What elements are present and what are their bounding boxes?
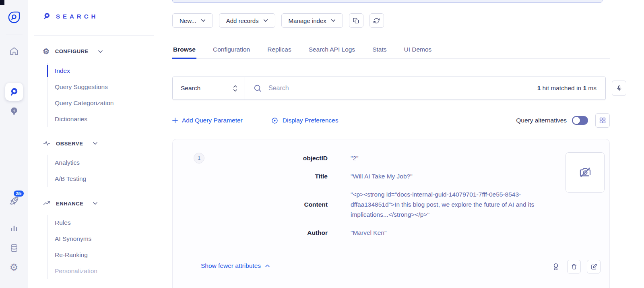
- home-icon: [9, 46, 19, 56]
- sidebar-item-index[interactable]: Index: [55, 63, 114, 79]
- show-fewer-label: Show fewer attributes: [201, 262, 261, 269]
- add-query-parameter-link[interactable]: Add Query Parameter: [172, 117, 243, 124]
- observe-items: Analytics A/B Testing: [47, 155, 86, 187]
- copy-icon: [353, 17, 359, 24]
- add-records-button[interactable]: Add records: [219, 13, 275, 28]
- manage-index-button[interactable]: Manage index: [281, 13, 343, 28]
- enhance-items: Rules AI Synonyms Re-Ranking Personaliza…: [47, 215, 97, 279]
- sidebar-item-ab-testing[interactable]: A/B Testing: [55, 171, 86, 187]
- search-input-wrap: 1 hit matched in 1 ms: [244, 77, 605, 99]
- rail-analytics-button[interactable]: [9, 224, 19, 233]
- sidebar-item-re-ranking[interactable]: Re-Ranking: [55, 247, 97, 263]
- sidebar-divider: [34, 35, 154, 36]
- hit-attributes: objectID "2" Title "Will AI Take My Job?…: [173, 153, 567, 246]
- trash-icon: [571, 263, 578, 270]
- eye-icon: [271, 117, 279, 124]
- hit-image-placeholder: [566, 152, 605, 193]
- algolia-logo-icon: [8, 11, 20, 23]
- section-enhance[interactable]: ENHANCE: [43, 199, 98, 207]
- new-index-button[interactable]: New...: [172, 13, 213, 28]
- tab-ui-demos[interactable]: UI Demos: [403, 42, 432, 58]
- attribute-value: "2": [351, 153, 561, 163]
- attribute-name: Author: [173, 228, 328, 238]
- rail-suggestions-button[interactable]: [9, 106, 19, 117]
- rail-home-button[interactable]: [9, 46, 19, 56]
- new-index-label: New...: [180, 17, 196, 24]
- attribute-name: Title: [173, 171, 328, 181]
- promote-hit-button[interactable]: [551, 262, 560, 271]
- sidebar-item-query-suggestions[interactable]: Query Suggestions: [55, 79, 114, 95]
- sidebar-item-dictionaries[interactable]: Dictionaries: [55, 111, 114, 127]
- tab-search-api-logs[interactable]: Search API Logs: [308, 42, 356, 58]
- refresh-button[interactable]: [369, 13, 384, 28]
- section-configure-label: CONFIGURE: [55, 48, 89, 54]
- grid-icon: [599, 117, 606, 124]
- chevron-down-icon: [98, 50, 103, 53]
- query-controls: Add Query Parameter Display Preferences …: [172, 113, 610, 128]
- chevron-down-icon: [201, 19, 206, 22]
- chevron-down-icon: [263, 19, 268, 22]
- award-icon: [551, 262, 560, 271]
- copy-index-button[interactable]: [349, 13, 363, 28]
- attribute-name: objectID: [173, 153, 328, 163]
- index-toolbar: New... Add records Manage index: [172, 13, 384, 28]
- search-scope-value: Search: [181, 85, 200, 92]
- chevron-down-icon: [93, 202, 98, 205]
- search-title-icon: [43, 12, 51, 20]
- layout-grid-button[interactable]: [595, 113, 610, 128]
- algolia-logo[interactable]: [8, 11, 20, 23]
- delete-hit-button[interactable]: [567, 260, 581, 273]
- search-product-icon: [9, 87, 19, 97]
- add-query-parameter-label: Add Query Parameter: [182, 117, 243, 124]
- sidebar-item-personalization[interactable]: Personalization: [55, 263, 97, 279]
- app-root: 2/5 ⚙: [0, 0, 644, 288]
- rocket-icon: [8, 195, 20, 207]
- edit-hit-button[interactable]: [587, 260, 601, 273]
- tab-browse[interactable]: Browse: [172, 42, 196, 59]
- rail-settings-button[interactable]: ⚙: [10, 263, 19, 272]
- sidebar-item-rules[interactable]: Rules: [55, 215, 97, 231]
- sidebar-item-query-categorization[interactable]: Query Categorization: [55, 95, 114, 111]
- attribute-value: "Will AI Take My Job?": [351, 171, 561, 181]
- rail-search-button[interactable]: [5, 83, 23, 101]
- attribute-row: Author "Marvel Ken": [173, 228, 567, 238]
- rail-data-button[interactable]: [9, 243, 19, 253]
- sidebar-item-ai-synonyms[interactable]: AI Synonyms: [55, 231, 97, 247]
- window-corner-chip: [0, 0, 4, 5]
- index-selector-edge: [172, 0, 603, 3]
- rail-divider: [6, 35, 23, 35]
- main-content: New... Add records Manage index: [154, 0, 644, 288]
- manage-index-label: Manage index: [289, 17, 326, 24]
- hits-panel: 1 objectID "2" Title "Will AI Take My Jo…: [172, 139, 610, 288]
- voice-search-button[interactable]: [612, 81, 626, 96]
- section-observe[interactable]: OBSERVE: [43, 139, 98, 147]
- add-records-label: Add records: [226, 17, 259, 24]
- attribute-row: objectID "2": [173, 153, 567, 163]
- tab-configuration[interactable]: Configuration: [212, 42, 251, 58]
- lightbulb-icon: [9, 106, 19, 117]
- section-configure[interactable]: ⚙ CONFIGURE: [43, 48, 103, 55]
- rail-upgrade-button[interactable]: 2/5: [8, 195, 20, 207]
- gear-icon: ⚙: [10, 263, 19, 272]
- usage-badge: 2/5: [14, 191, 24, 197]
- tab-stats[interactable]: Stats: [372, 42, 387, 58]
- product-title: SEARCH: [43, 12, 98, 20]
- plus-icon: [172, 118, 178, 123]
- tab-replicas[interactable]: Replicas: [266, 42, 292, 58]
- search-input[interactable]: [268, 85, 531, 92]
- display-preferences-link[interactable]: Display Preferences: [271, 117, 339, 124]
- show-fewer-attributes-link[interactable]: Show fewer attributes: [201, 262, 270, 269]
- query-alternatives-toggle[interactable]: [572, 116, 588, 125]
- configure-items: Index Query Suggestions Query Categoriza…: [47, 63, 114, 127]
- attribute-row: Title "Will AI Take My Job?": [173, 171, 567, 181]
- activity-icon: [43, 139, 51, 147]
- display-preferences-label: Display Preferences: [283, 117, 339, 124]
- sidebar: SEARCH ⚙ CONFIGURE Index Query Suggestio…: [28, 0, 154, 288]
- camera-off-icon: [578, 166, 592, 179]
- section-observe-label: OBSERVE: [56, 141, 83, 147]
- search-stats: 1 hit matched in 1 ms: [537, 85, 597, 92]
- search-scope-select[interactable]: Search: [173, 77, 244, 99]
- attribute-row: Content "<p><strong id="docs-internal-gu…: [173, 189, 567, 220]
- sidebar-item-analytics[interactable]: Analytics: [55, 155, 86, 171]
- toggle-knob: [573, 117, 580, 124]
